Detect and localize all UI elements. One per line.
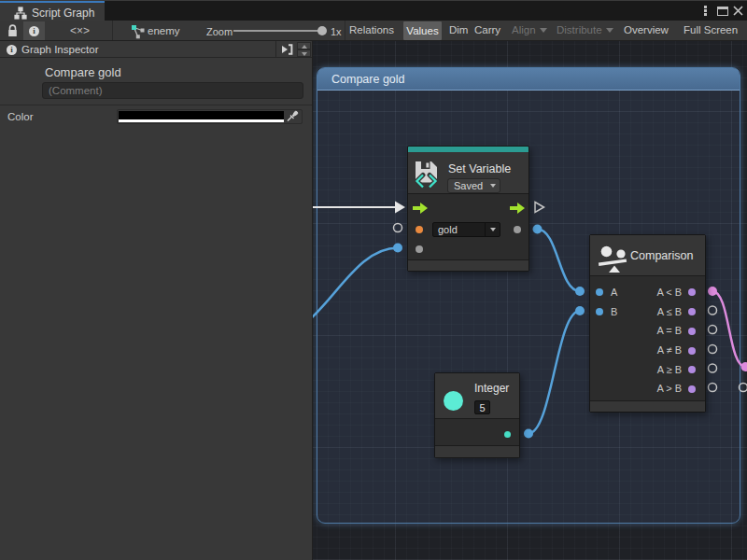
toolbar-button-align[interactable]: Align bbox=[512, 23, 547, 37]
integer-out-port[interactable] bbox=[524, 429, 533, 439]
comparison-out-hollow[interactable] bbox=[709, 384, 717, 392]
node-footer bbox=[408, 259, 529, 271]
node-header[interactable]: Set Variable Saved bbox=[408, 152, 529, 194]
toolbar-button-distribute[interactable]: Distribute bbox=[557, 23, 613, 37]
separator bbox=[275, 41, 276, 58]
flow-out-port-hollow[interactable] bbox=[535, 203, 544, 213]
eyedropper-icon[interactable] bbox=[283, 110, 301, 123]
node-header[interactable]: Integer 5 bbox=[435, 373, 519, 419]
comparison-B-port[interactable] bbox=[575, 306, 585, 315]
toolbar-separator bbox=[112, 21, 113, 40]
toolbar-button-relations[interactable]: Relations bbox=[349, 23, 394, 37]
node-title: Comparison bbox=[630, 249, 693, 262]
toolbar-button-fullscreen[interactable]: Full Screen bbox=[684, 23, 738, 37]
output-port-greaterequal[interactable] bbox=[688, 366, 696, 373]
output-label-lessequal: A ≤ B bbox=[657, 306, 682, 317]
divider bbox=[0, 105, 312, 105]
comparison-out-hollow[interactable] bbox=[709, 364, 717, 372]
input-port-A[interactable] bbox=[596, 288, 603, 296]
up-down-spinner[interactable] bbox=[297, 42, 311, 57]
color-alpha-bar bbox=[119, 119, 284, 123]
inspector-toggle-button[interactable]: i bbox=[23, 21, 45, 40]
zoom-slider-handle[interactable] bbox=[317, 26, 327, 35]
toolbar-button-values[interactable]: Values bbox=[403, 21, 442, 40]
integer-value-input[interactable]: 5 bbox=[474, 400, 490, 414]
graph-toolbar: i <×> enemy Zoom 1x Relations Values Dim… bbox=[0, 21, 747, 41]
flow-in-arrow-icon[interactable] bbox=[413, 203, 428, 214]
dock-arrow-icon[interactable] bbox=[280, 44, 294, 55]
setvar-name-port-hollow[interactable] bbox=[394, 224, 402, 232]
graph-link-icon bbox=[131, 24, 147, 40]
graph-inspector-header[interactable]: i Graph Inspector bbox=[0, 41, 312, 58]
zoom-slider-track[interactable] bbox=[233, 30, 319, 32]
node-title: Set Variable bbox=[448, 162, 511, 175]
comparison-A-port[interactable] bbox=[575, 287, 585, 296]
node-set-variable[interactable]: Set Variable Saved gold bbox=[407, 146, 529, 272]
node-header[interactable]: Comparison bbox=[590, 235, 705, 276]
wire-less-out bbox=[712, 291, 746, 367]
kebab-menu-icon[interactable] bbox=[704, 6, 707, 17]
graph-inspector-panel: i Graph Inspector Compare gold (Comment)… bbox=[0, 41, 313, 560]
output-port-equal[interactable] bbox=[688, 328, 696, 335]
variable-name-dropdown[interactable]: gold bbox=[432, 222, 500, 237]
spin-down-icon[interactable] bbox=[297, 49, 311, 57]
close-icon[interactable] bbox=[733, 6, 743, 16]
value-in-port[interactable] bbox=[416, 245, 423, 253]
integer-output-port[interactable] bbox=[504, 431, 511, 438]
flow-out-arrow-icon[interactable] bbox=[510, 203, 525, 214]
maximize-icon[interactable] bbox=[717, 7, 728, 16]
teal-circle-icon bbox=[444, 391, 463, 411]
comparison-out-hollow[interactable] bbox=[709, 326, 717, 334]
node-title: Integer bbox=[474, 382, 509, 395]
info-icon: i bbox=[7, 45, 17, 55]
comparison-out-hollow[interactable] bbox=[709, 306, 717, 315]
chevron-down-icon bbox=[490, 184, 496, 188]
wire-flow-in-arrowhead bbox=[395, 202, 405, 214]
color-field[interactable] bbox=[117, 109, 303, 124]
comparison-less-out-port[interactable] bbox=[708, 287, 717, 296]
toolbar-button-dim[interactable]: Dim bbox=[449, 23, 468, 37]
inspector-graph-title: Compare gold bbox=[45, 65, 121, 79]
unity-visual-scripting-window: Script Graph i <×> ene bbox=[0, 0, 747, 560]
offscreen-port-hollow[interactable] bbox=[740, 384, 747, 392]
wire-setvar-to-A bbox=[538, 230, 581, 292]
output-port-lessequal[interactable] bbox=[688, 308, 696, 315]
toolbar-button-carry[interactable]: Carry bbox=[474, 23, 500, 37]
graph-canvas[interactable]: Compare gold bbox=[313, 41, 747, 560]
graph-reference-label: enemy bbox=[148, 25, 180, 36]
comparison-out-hollow[interactable] bbox=[709, 345, 717, 354]
wire-integer-to-B bbox=[529, 311, 580, 434]
node-integer[interactable]: Integer 5 bbox=[434, 372, 520, 458]
offscreen-in-port[interactable] bbox=[741, 362, 747, 371]
setvar-value-out-port[interactable] bbox=[533, 225, 543, 234]
node-footer bbox=[435, 445, 519, 457]
output-label-equal: A = B bbox=[656, 325, 682, 336]
node-comparison[interactable]: Comparison A B A < B A ≤ B A = B A ≠ B A… bbox=[589, 234, 706, 413]
node-footer bbox=[590, 400, 705, 412]
output-port-greater[interactable] bbox=[688, 385, 696, 393]
spin-up-icon[interactable] bbox=[297, 42, 311, 49]
lock-icon[interactable] bbox=[7, 24, 19, 37]
floppy-variable-icon bbox=[415, 161, 441, 190]
value-out-port[interactable] bbox=[514, 226, 521, 233]
variable-name-port[interactable] bbox=[416, 226, 423, 233]
chevron-down-icon bbox=[490, 228, 496, 231]
zoom-value: 1x bbox=[331, 26, 342, 37]
window-controls bbox=[0, 1, 747, 21]
balance-scale-icon bbox=[596, 244, 629, 273]
info-icon: i bbox=[29, 26, 39, 36]
output-label-greaterequal: A ≥ B bbox=[657, 364, 682, 375]
output-port-notequal[interactable] bbox=[688, 347, 696, 355]
color-field-label: Color bbox=[7, 111, 33, 122]
setvar-value-in-port[interactable] bbox=[393, 244, 402, 253]
code-preview-button[interactable]: <×> bbox=[70, 24, 90, 37]
toolbar-button-overview[interactable]: Overview bbox=[624, 23, 669, 37]
variable-kind-dropdown[interactable]: Saved bbox=[447, 178, 500, 193]
output-label-notequal: A ≠ B bbox=[657, 344, 682, 356]
output-port-less[interactable] bbox=[688, 288, 696, 296]
comment-input[interactable]: (Comment) bbox=[42, 82, 303, 99]
dropdown-arrow-button[interactable] bbox=[485, 223, 500, 236]
input-port-B[interactable] bbox=[596, 308, 603, 315]
graph-reference-button[interactable]: enemy bbox=[131, 22, 177, 39]
chevron-down-icon bbox=[606, 28, 613, 33]
